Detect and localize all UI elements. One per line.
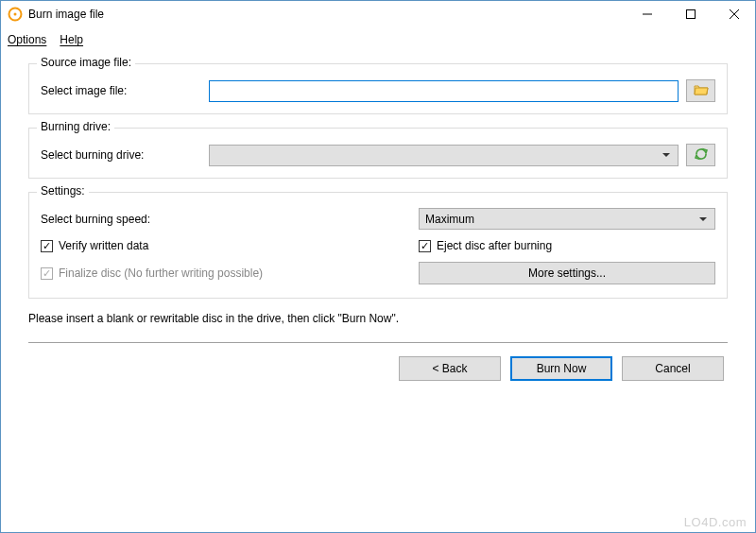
- group-settings-legend: Settings:: [37, 184, 89, 198]
- image-file-input[interactable]: [209, 80, 679, 102]
- back-button[interactable]: < Back: [399, 356, 501, 381]
- cancel-button[interactable]: Cancel: [622, 356, 724, 381]
- watermark: LO4D.com: [684, 515, 747, 529]
- instruction-text: Please insert a blank or rewritable disc…: [28, 312, 728, 325]
- group-source: Source image file: Select image file:: [28, 63, 728, 114]
- group-drive: Burning drive: Select burning drive:: [28, 128, 728, 179]
- drive-label: Select burning drive:: [41, 148, 201, 162]
- eject-label: Eject disc after burning: [437, 239, 552, 252]
- svg-point-1: [14, 13, 17, 16]
- finalize-label: Finalize disc (No further writing possib…: [59, 266, 263, 280]
- titlebar: Burn image file: [0, 0, 756, 29]
- burning-speed-value: Maximum: [425, 213, 474, 226]
- verify-label: Verify written data: [59, 239, 148, 252]
- group-settings: Settings: Select burning speed: Maximum …: [28, 192, 728, 299]
- svg-rect-3: [687, 10, 696, 19]
- refresh-button[interactable]: [686, 144, 715, 166]
- disc-icon: [8, 7, 23, 22]
- browse-button[interactable]: [686, 79, 715, 102]
- close-button[interactable]: [713, 0, 756, 28]
- burn-now-button[interactable]: Burn Now: [510, 356, 612, 381]
- window-title: Burn image file: [28, 8, 104, 21]
- window-controls: [626, 0, 756, 28]
- group-drive-legend: Burning drive:: [37, 120, 114, 133]
- finalize-checkbox: ✓: [41, 267, 53, 280]
- group-source-legend: Source image file:: [37, 56, 135, 69]
- verify-checkbox[interactable]: ✓: [41, 240, 53, 252]
- divider: [28, 342, 728, 343]
- menubar: Options Help: [0, 29, 756, 50]
- speed-label: Select burning speed:: [41, 213, 419, 226]
- minimize-button[interactable]: [626, 0, 669, 28]
- menu-help[interactable]: Help: [60, 33, 83, 46]
- refresh-icon: [694, 146, 709, 164]
- maximize-button[interactable]: [669, 0, 713, 28]
- eject-checkbox[interactable]: ✓: [419, 240, 431, 252]
- source-label: Select image file:: [41, 84, 201, 97]
- burning-drive-select[interactable]: [209, 145, 679, 166]
- menu-options[interactable]: Options: [8, 33, 46, 46]
- footer-buttons: < Back Burn Now Cancel: [28, 356, 728, 381]
- burning-speed-select[interactable]: Maximum: [419, 208, 715, 230]
- folder-icon: [694, 83, 709, 99]
- more-settings-button[interactable]: More settings...: [419, 262, 715, 284]
